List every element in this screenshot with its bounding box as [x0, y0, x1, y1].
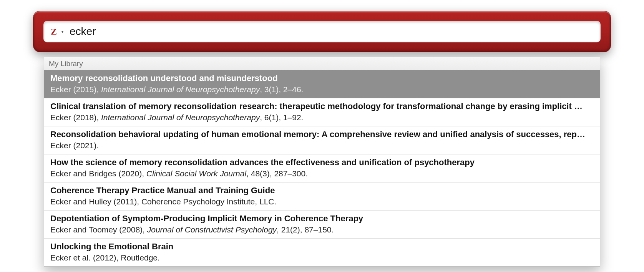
citation-search-input[interactable]: [68, 21, 601, 42]
result-item[interactable]: Clinical translation of memory reconsoli…: [44, 98, 600, 126]
result-item[interactable]: Reconsolidation behavioral updating of h…: [44, 126, 600, 154]
result-item[interactable]: Depotentiation of Symptom-Producing Impl…: [44, 211, 600, 239]
result-subtitle: Ecker and Bridges (2020), Clinical Socia…: [50, 168, 594, 179]
result-authors: Ecker et al. (2012), Routledge.: [50, 253, 160, 262]
result-journal: Clinical Social Work Journal: [146, 169, 246, 178]
result-subtitle: Ecker et al. (2012), Routledge.: [50, 252, 594, 263]
result-locator: 48(3), 287–300.: [251, 169, 308, 178]
result-title: Depotentiation of Symptom-Producing Impl…: [50, 213, 594, 224]
result-title: Unlocking the Emotional Brain: [50, 241, 594, 252]
source-dropdown-caret-icon[interactable]: ▾: [60, 30, 64, 33]
result-authors: Ecker (2018): [50, 113, 96, 122]
result-item[interactable]: How the science of memory reconsolidatio…: [44, 154, 600, 182]
result-authors: Ecker (2021).: [50, 141, 99, 150]
result-item[interactable]: Memory reconsolidation understood and mi…: [44, 70, 600, 98]
result-authors: Ecker and Hulley (2011), Coherence Psych…: [50, 197, 276, 206]
result-title: Coherence Therapy Practice Manual and Tr…: [50, 185, 594, 196]
result-journal: Journal of Constructivist Psychology: [147, 225, 277, 234]
result-authors: Ecker and Toomey (2008): [50, 225, 143, 234]
result-locator: 21(2), 87–150.: [281, 225, 334, 234]
zotero-logo-icon[interactable]: Z: [49, 27, 59, 36]
result-subtitle: Ecker (2018), International Journal of N…: [50, 112, 594, 123]
result-title: Clinical translation of memory reconsoli…: [50, 101, 594, 112]
result-journal: International Journal of Neuropsychother…: [101, 113, 260, 122]
search-field-container: Z ▾: [43, 21, 601, 42]
result-item[interactable]: Unlocking the Emotional BrainEcker et al…: [44, 239, 600, 266]
result-subtitle: Ecker and Hulley (2011), Coherence Psych…: [50, 196, 594, 207]
result-locator: 3(1), 2–46.: [264, 85, 304, 94]
citation-search-bar: Z ▾: [33, 11, 611, 52]
result-subtitle: Ecker (2015), International Journal of N…: [50, 84, 594, 95]
result-title: Memory reconsolidation understood and mi…: [50, 73, 594, 84]
result-subtitle: Ecker and Toomey (2008), Journal of Cons…: [50, 224, 594, 235]
result-title: How the science of memory reconsolidatio…: [50, 157, 594, 168]
result-authors: Ecker and Bridges (2020): [50, 169, 142, 178]
results-section-header: My Library: [44, 57, 600, 70]
result-locator: 6(1), 1–92.: [264, 113, 304, 122]
result-authors: Ecker (2015): [50, 85, 96, 94]
result-subtitle: Ecker (2021).: [50, 140, 594, 151]
search-results-panel: My Library Memory reconsolidation unders…: [44, 57, 600, 267]
result-journal: International Journal of Neuropsychother…: [101, 85, 260, 94]
results-list: Memory reconsolidation understood and mi…: [44, 70, 600, 266]
result-item[interactable]: Coherence Therapy Practice Manual and Tr…: [44, 182, 600, 211]
result-title: Reconsolidation behavioral updating of h…: [50, 129, 594, 140]
